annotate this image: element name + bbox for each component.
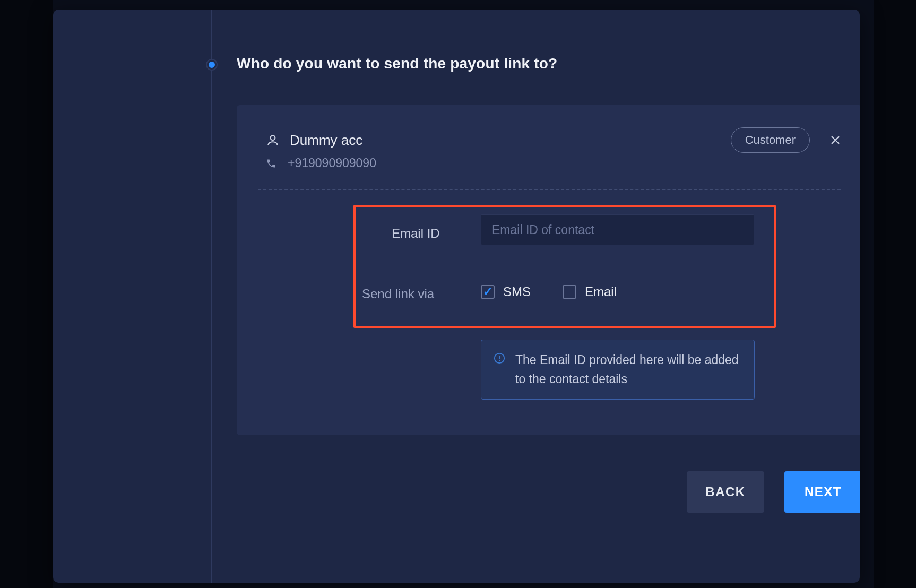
backdrop-right: [874, 0, 916, 588]
phone-icon: [265, 158, 277, 169]
checkbox-sms-label: SMS: [503, 284, 531, 299]
person-icon: [265, 133, 280, 148]
stepper-bullet-active: [206, 59, 218, 71]
page-backdrop: Who do you want to send the payout link …: [0, 0, 916, 588]
contact-name: Dummy acc: [290, 132, 362, 149]
stepper-line: [211, 10, 212, 583]
email-label: Email ID: [392, 226, 440, 241]
contact-header-row: Dummy acc Customer: [265, 127, 843, 153]
info-icon: [493, 352, 506, 365]
send-via-label: Send link via: [362, 287, 434, 301]
recipient-card: Dummy acc Customer +919090909090: [237, 105, 860, 435]
checkbox-sms-box: [481, 285, 495, 299]
backdrop-left: [0, 0, 53, 588]
send-via-options: SMS Email: [481, 284, 617, 299]
checkbox-email-label: Email: [585, 284, 617, 299]
payout-link-modal: Who do you want to send the payout link …: [53, 10, 860, 583]
checkbox-email[interactable]: Email: [563, 284, 617, 299]
back-button[interactable]: BACK: [687, 471, 764, 513]
info-banner: The Email ID provided here will be added…: [481, 340, 755, 400]
contact-phone: +919090909090: [288, 156, 376, 170]
contact-phone-row: +919090909090: [265, 156, 376, 170]
checkbox-email-box: [563, 285, 576, 299]
remove-contact-button[interactable]: [828, 133, 843, 148]
info-text: The Email ID provided here will be added…: [515, 351, 742, 388]
svg-point-0: [271, 135, 275, 140]
svg-point-5: [499, 360, 500, 361]
email-input[interactable]: [481, 214, 754, 245]
step-title: Who do you want to send the payout link …: [237, 55, 557, 72]
next-button[interactable]: NEXT: [784, 471, 860, 513]
contact-role-badge: Customer: [731, 127, 810, 153]
checkbox-sms[interactable]: SMS: [481, 284, 531, 299]
modal-footer: BACK NEXT: [237, 471, 860, 513]
card-divider: [258, 189, 841, 190]
